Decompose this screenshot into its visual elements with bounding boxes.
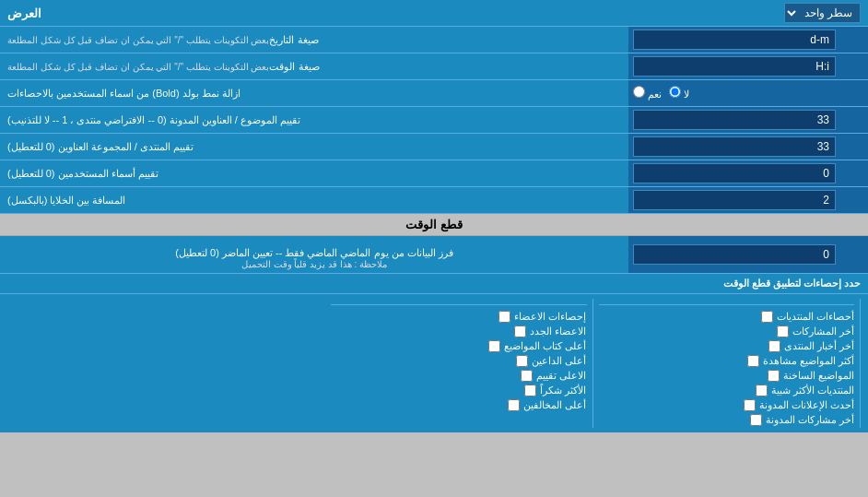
time-format-input[interactable] [633,56,836,77]
top-label: سطر واحد سطرين ثلاثة أسطر [784,3,861,23]
radio-yes-label: نعم [633,86,662,101]
checkbox-section: أحصاءات المنتديات أخر المشاركات أخر أخبا… [0,294,868,432]
subject-title-input[interactable] [633,110,836,130]
checkbox-item-0-2: أخر أخبار المنتدى [599,340,855,352]
checkbox-col-empty [7,299,325,428]
cutoff-input[interactable] [633,244,836,265]
row-subject-title: تقييم الموضوع / العناوين المدونة (0 -- ا… [0,107,868,134]
checkbox-item-1-2: أعلى كتاب المواضيع [331,340,587,352]
checkbox-1-6[interactable] [508,399,520,411]
limit-section-label: حدد إحصاءات لتطبيق قطع الوقت [0,274,868,294]
cutoff-label: فرز البيانات من يوم الماضي الماضي فقط --… [0,236,628,273]
checkbox-0-3[interactable] [747,355,759,367]
cell-spacing-input-container [628,187,868,213]
checkbox-0-1[interactable] [777,325,789,337]
checkbox-item-1-0: إحصاءات الاعضاء [331,311,587,323]
row-usernames: تقييم أسماء المستخدمين (0 للتعطيل) [0,160,868,187]
checkbox-0-5[interactable] [756,385,768,396]
checkbox-0-6[interactable] [744,399,756,411]
checkbox-item-0-3: أكثر المواضيع مشاهدة [599,355,855,367]
col-forums-header [599,301,855,305]
checkbox-0-7[interactable] [750,414,762,426]
cell-spacing-label: المسافة بين الخلايا (بالبكسل) [0,187,628,213]
checkbox-item-0-4: المواضيع الساخنة [599,370,855,382]
bold-remove-label: ازالة نمط بولد (Bold) من اسماء المستخدمي… [0,80,628,106]
checkbox-0-0[interactable] [761,311,773,323]
checkbox-columns: أحصاءات المنتديات أخر المشاركات أخر أخبا… [7,299,861,428]
bold-radio-group: لا نعم [633,86,689,101]
time-format-input-container [628,53,868,79]
row-date-format: صيغة التاريخ بعض التكوينات يتطلب "/" الت… [0,27,868,53]
date-format-input-container [628,27,868,53]
checkbox-1-2[interactable] [488,340,500,352]
usernames-label: تقييم أسماء المستخدمين (0 للتعطيل) [0,160,628,186]
cell-spacing-input[interactable] [633,190,836,210]
checkbox-item-0-0: أحصاءات المنتديات [599,311,855,323]
checkbox-col-forums: أحصاءات المنتديات أخر المشاركات أخر أخبا… [593,299,862,428]
radio-no-label: لا [669,86,689,101]
checkbox-item-0-5: المنتديات الأكثر شبية [599,385,855,396]
checkbox-1-5[interactable] [524,385,536,396]
cutoff-input-container [628,236,868,273]
checkbox-item-1-6: أعلى المخالفين [331,399,587,411]
usernames-input-container [628,160,868,186]
forum-group-input-container [628,134,868,160]
checkbox-item-0-6: أحدث الإعلانات المدونة [599,399,855,411]
top-header-row: سطر واحد سطرين ثلاثة أسطر العرض [0,0,868,27]
checkbox-item-1-1: الاعضاء الجدد [331,325,587,337]
checkbox-item-0-1: أخر المشاركات [599,325,855,337]
section-cutoff-header: قطع الوقت [0,214,868,236]
checkbox-1-0[interactable] [499,311,510,323]
checkbox-item-1-3: أعلى الداعين [331,355,587,367]
main-container: سطر واحد سطرين ثلاثة أسطر العرض صيغة الت… [0,0,868,432]
checkbox-1-4[interactable] [521,370,533,382]
radio-yes[interactable] [633,86,645,98]
time-format-label: صيغة الوقت بعض التكوينات يتطلب "/" التي … [0,53,628,79]
row-cutoff: فرز البيانات من يوم الماضي الماضي فقط --… [0,236,868,274]
date-format-input[interactable] [633,30,836,50]
checkbox-item-1-5: الأكثر شكراً [331,385,587,396]
row-forum-group: تقييم المنتدى / المجموعة العناوين (0 للت… [0,134,868,160]
usernames-input[interactable] [633,163,836,183]
checkbox-1-1[interactable] [514,325,526,337]
bold-remove-input-container: لا نعم [628,80,868,106]
col-members-header [331,301,587,305]
checkbox-1-3[interactable] [516,355,528,367]
forum-group-input[interactable] [633,136,836,157]
forum-group-label: تقييم المنتدى / المجموعة العناوين (0 للت… [0,134,628,160]
checkbox-col-members: إحصاءات الاعضاء الاعضاء الجدد أعلى كتاب … [325,299,593,428]
checkbox-0-4[interactable] [768,370,780,382]
subject-title-input-container [628,107,868,133]
radio-no[interactable] [669,86,681,98]
row-bold-remove: لا نعم ازالة نمط بولد (Bold) من اسماء ال… [0,80,868,107]
checkbox-item-1-4: الاعلى تقييم [331,370,587,382]
display-dropdown[interactable]: سطر واحد سطرين ثلاثة أسطر [784,3,861,23]
date-format-label: صيغة التاريخ بعض التكوينات يتطلب "/" الت… [0,27,628,53]
section-title-display: العرض [7,6,41,20]
checkbox-0-2[interactable] [768,340,780,352]
row-cell-spacing: المسافة بين الخلايا (بالبكسل) [0,187,868,214]
row-time-format: صيغة الوقت بعض التكوينات يتطلب "/" التي … [0,53,868,80]
checkbox-item-0-7: أخر مشاركات المدونة [599,414,855,426]
subject-title-label: تقييم الموضوع / العناوين المدونة (0 -- ا… [0,107,628,133]
